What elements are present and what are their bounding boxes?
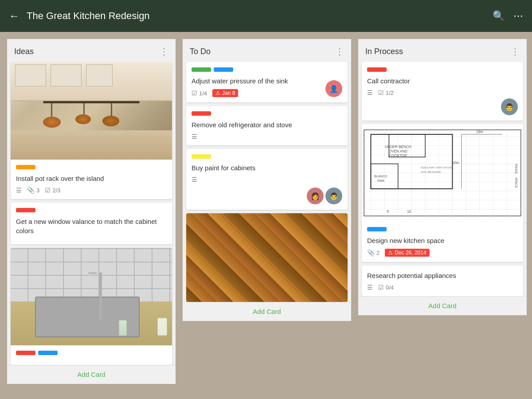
card-meta-design: 📎2 ⚠ Dec 26, 2014 [367, 249, 518, 257]
clip-icon: 📎 [27, 187, 35, 194]
tag-orange [16, 165, 35, 169]
avatar-female-2: 👩 [307, 188, 324, 204]
card-tags-ideas-3 [16, 351, 167, 355]
search-icon[interactable]: 🔍 [493, 10, 505, 22]
column-in-process-cards: Call contractor ☰ ☑1/2 👨 [358, 62, 527, 296]
tag-yellow [192, 154, 211, 159]
board: Ideas ⋮ [0, 32, 532, 399]
svg-text:COOKTOP: COOKTOP [389, 154, 407, 158]
card-avatars-water: 👤 [325, 80, 342, 97]
lines-icon-2: ☰ [192, 133, 197, 140]
header-right: 🔍 ⋯ [493, 10, 523, 22]
more-menu-icon[interactable]: ⋯ [513, 10, 523, 22]
avatar-male-2: 👨 [325, 188, 342, 204]
svg-text:SITE MEASURE: SITE MEASURE [421, 170, 441, 173]
clock-icon-2: ⚠ [388, 250, 393, 256]
svg-text:SINK: SINK [377, 179, 385, 183]
card-tags-todo-2 [192, 111, 342, 116]
meta-lines-contractor: ☰ [367, 89, 373, 96]
tag-blue-2 [214, 67, 233, 72]
svg-text:UNDER BENCH: UNDER BENCH [385, 145, 411, 149]
card-image-kitchen-rack [11, 62, 172, 160]
lines-icon: ☰ [16, 187, 22, 194]
svg-text:SPACE: SPACE [514, 177, 518, 188]
svg-text:OVEN AND: OVEN AND [389, 149, 407, 153]
card-avatars-paint: 👩 👨 [307, 188, 342, 204]
column-todo: To Do ⋮ Adjust water pressure of the sin… [183, 39, 351, 321]
meta-attach-design: 📎2 [367, 249, 379, 256]
column-in-process: In Process ⋮ Call contractor ☰ ☑1/2 👨 [358, 39, 527, 315]
card-title-install-pot-rack: Install pot rack over the island [16, 174, 167, 183]
card-meta-research: ☰ ☑0/4 [367, 284, 518, 291]
meta-lines-1: ☰ [16, 187, 22, 194]
meta-attachments-1: 📎3 [27, 187, 39, 194]
card-meta-paint: ☰ [192, 176, 342, 183]
column-todo-menu[interactable]: ⋮ [335, 46, 344, 57]
card-image-flooring [186, 213, 348, 302]
card-meta-fridge: ☰ [192, 133, 342, 140]
column-ideas-cards: Install pot rack over the island ☰ 📎3 ☑2… [7, 62, 176, 365]
column-in-process-footer: Add Card [358, 296, 527, 315]
meta-lines-research: ☰ [367, 284, 373, 291]
column-ideas-menu[interactable]: ⋮ [160, 46, 168, 57]
add-card-button-ideas[interactable]: Add Card [77, 371, 105, 378]
column-ideas: Ideas ⋮ [7, 39, 176, 384]
meta-lines-paint: ☰ [192, 176, 197, 183]
clock-icon: ⚠ [215, 90, 220, 96]
blueprint-svg: UNDER BENCH OVEN AND COOKTOP BLANCO SINK… [362, 124, 523, 222]
card-window-valance[interactable]: Get a new window valance to match the ca… [11, 203, 172, 244]
card-sink[interactable] [11, 248, 172, 365]
card-flooring[interactable] [186, 213, 348, 302]
check-icon-4: ☑ [378, 284, 384, 291]
column-todo-footer: Add Card [183, 302, 351, 321]
header: ← The Great Kitchen Redesign 🔍 ⋯ [0, 0, 532, 32]
card-install-pot-rack[interactable]: Install pot rack over the island ☰ 📎3 ☑2… [11, 62, 172, 199]
svg-text:BLANCO: BLANCO [374, 175, 387, 178]
card-meta-contractor: ☰ ☑1/2 [367, 89, 518, 96]
meta-lines-fridge: ☰ [192, 133, 197, 140]
avatar-male-contractor: 👨 [501, 98, 518, 115]
column-in-process-menu[interactable]: ⋮ [511, 46, 520, 57]
tag-red [16, 208, 35, 212]
tag-blue [38, 351, 58, 355]
card-tags-todo-3 [192, 154, 342, 159]
card-buy-paint[interactable]: Buy paint for cabinets ☰ 👩 👨 [186, 149, 348, 210]
due-date-badge: ⚠ Jan 8 [212, 89, 238, 97]
add-card-button-in-process[interactable]: Add Card [428, 302, 456, 309]
meta-checklist-1: ☑2/3 [45, 187, 60, 194]
lines-icon-4: ☰ [367, 89, 373, 96]
card-tags-proc-1 [367, 67, 518, 72]
due-date-badge-design: ⚠ Dec 26, 2014 [385, 249, 429, 257]
card-water-pressure[interactable]: Adjust water pressure of the sink ☑1/4 ⚠… [186, 62, 348, 102]
card-title-design-kitchen: Design new kitchen space [367, 236, 518, 245]
card-tags-todo-1 [192, 67, 342, 72]
back-button[interactable]: ← [9, 10, 20, 22]
meta-checklist-contractor: ☑1/2 [378, 89, 394, 96]
column-todo-title: To Do [190, 47, 211, 56]
tag-red-2 [16, 351, 35, 355]
tag-red-3 [192, 111, 211, 116]
check-icon-2: ☑ [192, 90, 197, 97]
lines-icon-5: ☰ [367, 284, 373, 291]
column-in-process-header: In Process ⋮ [358, 39, 527, 62]
card-call-contractor[interactable]: Call contractor ☰ ☑1/2 👨 [362, 62, 523, 121]
page-title: The Great Kitchen Redesign [27, 10, 150, 22]
card-meta-install-pot-rack: ☰ 📎3 ☑2/3 [16, 187, 167, 194]
card-tags-ideas-1 [16, 165, 167, 169]
column-ideas-title: Ideas [14, 47, 34, 56]
header-left: ← The Great Kitchen Redesign [9, 10, 150, 22]
meta-checklist-research: ☑0/4 [378, 284, 394, 291]
card-tags-proc-2 [367, 227, 518, 231]
card-remove-fridge[interactable]: Remove old refrigerator and stove ☰ [186, 106, 348, 145]
svg-text:18m: 18m [476, 130, 483, 134]
card-title-call-contractor: Call contractor [367, 76, 518, 86]
card-title-buy-paint: Buy paint for cabinets [192, 163, 342, 172]
add-card-button-todo[interactable]: Add Card [253, 308, 281, 315]
card-meta-water-pressure: ☑1/4 ⚠ Jan 8 [192, 89, 342, 97]
check-icon: ☑ [45, 187, 51, 194]
svg-text:RIDGE: RIDGE [514, 164, 518, 174]
card-image-sink [11, 248, 172, 345]
card-research-appliances[interactable]: Research potential appliances ☰ ☑0/4 [362, 266, 523, 296]
card-design-kitchen[interactable]: UNDER BENCH OVEN AND COOKTOP BLANCO SINK… [362, 124, 523, 262]
check-icon-3: ☑ [378, 89, 384, 96]
